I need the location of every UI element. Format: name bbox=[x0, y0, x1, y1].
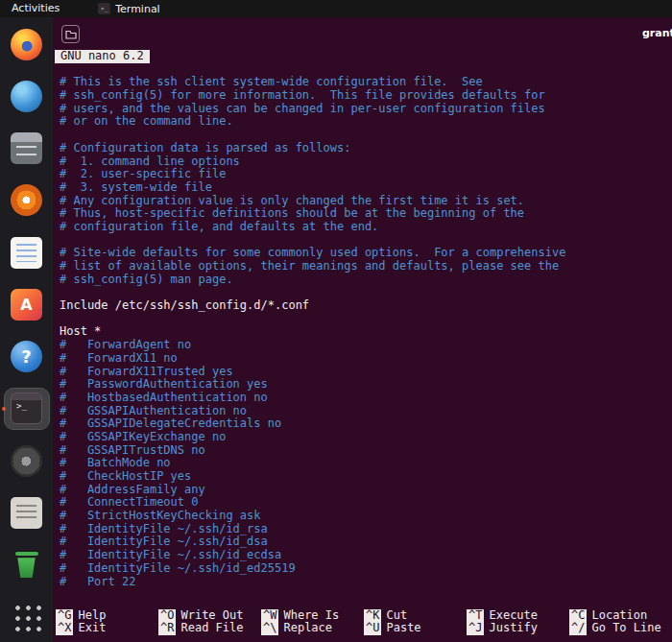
trash-lid bbox=[15, 552, 38, 556]
dock-item-firefox[interactable] bbox=[5, 24, 49, 64]
shortcut-cut: ^KCut bbox=[364, 609, 467, 623]
buffer-line: # IdentityFile ~/.ssh/id_ecdsa bbox=[60, 549, 672, 562]
show-apps-icon bbox=[12, 602, 42, 632]
activities-button[interactable]: Activities bbox=[0, 0, 71, 17]
shortcut-label: Help bbox=[78, 609, 106, 622]
shortcut-key: ^C bbox=[569, 609, 587, 623]
running-indicator bbox=[2, 407, 6, 411]
buffer-line: # ssh_config(5) man page. bbox=[60, 273, 672, 287]
software-icon bbox=[11, 289, 42, 321]
buffer-line: # or on the command line. bbox=[60, 115, 672, 129]
shortcut-paste: ^UPaste bbox=[364, 622, 467, 635]
dock-item-thunderbird[interactable] bbox=[5, 76, 49, 116]
shortcut-go-to-line: ^/Go To Line bbox=[569, 622, 672, 635]
shortcut-key: ^O bbox=[158, 609, 176, 623]
thunderbird-icon bbox=[11, 81, 42, 112]
shortcut-label: Write Out bbox=[180, 609, 243, 622]
shortcut-label: Cut bbox=[386, 609, 407, 622]
dock-item-settings[interactable] bbox=[5, 440, 49, 481]
buffer-line: Include /etc/ssh/ssh_config.d/*.conf bbox=[60, 299, 672, 313]
shortcut-key: ^X bbox=[56, 622, 73, 635]
buffer-line: Host * bbox=[60, 325, 672, 339]
shortcut-key: ^G bbox=[56, 609, 73, 623]
shortcut-key: ^J bbox=[467, 622, 484, 635]
buffer-line: # Any configuration value is only change… bbox=[60, 195, 672, 208]
focused-app-indicator[interactable]: >_ Terminal bbox=[98, 0, 160, 17]
shortcut-key: ^U bbox=[364, 622, 381, 635]
buffer-line: # GSSAPIDelegateCredentials no bbox=[60, 417, 672, 431]
shortcut-label: Execute bbox=[489, 609, 538, 622]
files-icon bbox=[11, 132, 42, 164]
buffer-line: # ConnectTimeout 0 bbox=[60, 496, 672, 510]
buffer-line bbox=[60, 129, 672, 142]
dock-item-text-editor[interactable] bbox=[5, 492, 49, 533]
text-editor-icon bbox=[11, 497, 42, 529]
buffer-line: # Thus, host-specific definitions should… bbox=[60, 207, 672, 221]
dock-item-writer[interactable] bbox=[5, 232, 49, 273]
firefox-icon bbox=[11, 29, 42, 60]
shortcut-label: Read File bbox=[180, 622, 243, 634]
shortcut-label: Location bbox=[591, 609, 647, 622]
shortcut-label: Replace bbox=[283, 622, 332, 634]
shortcut-key: ^W bbox=[261, 609, 278, 623]
shortcut-label: Where Is bbox=[283, 609, 339, 622]
nano-titlebar: GNU nano 6.2 bbox=[53, 50, 672, 63]
shortcut-exit: ^XExit bbox=[56, 622, 158, 635]
buffer-line: # ForwardAgent no bbox=[60, 339, 672, 352]
new-tab-button[interactable] bbox=[61, 25, 80, 43]
shortcut-key: ^T bbox=[467, 609, 484, 623]
writer-icon bbox=[11, 237, 42, 269]
top-bar: Activities >_ Terminal bbox=[0, 0, 672, 17]
buffer-line: # ForwardX11 no bbox=[60, 352, 672, 366]
nano-spacer bbox=[53, 63, 672, 77]
nano-shortcuts: ^GHelp^OWrite Out^WWhere Is^KCut^TExecut… bbox=[56, 609, 672, 635]
dock-item-show-apps[interactable] bbox=[5, 597, 49, 637]
shortcut-where-is: ^WWhere Is bbox=[261, 609, 364, 623]
buffer-line: # Port 22 bbox=[60, 576, 672, 589]
shortcut-justify: ^JJustify bbox=[467, 622, 569, 635]
dock-item-trash[interactable] bbox=[5, 545, 49, 585]
buffer-line: # ForwardX11Trusted yes bbox=[60, 366, 672, 379]
shortcut-execute: ^TExecute bbox=[467, 609, 569, 623]
settings-icon bbox=[11, 445, 42, 477]
dock-item-terminal[interactable] bbox=[5, 389, 49, 429]
terminal-app-icon-small: >_ bbox=[98, 3, 110, 14]
terminal-icon bbox=[11, 392, 42, 424]
folder-icon bbox=[65, 30, 77, 39]
buffer-line: # AddressFamily any bbox=[60, 484, 672, 497]
terminal-window[interactable]: grant@ GNU nano 6.2 # This is the ssh cl… bbox=[53, 17, 672, 642]
buffer-line: # This is the ssh client system-wide con… bbox=[60, 76, 672, 89]
dock-item-help[interactable] bbox=[5, 337, 49, 377]
buffer-line: # IdentityFile ~/.ssh/id_dsa bbox=[60, 535, 672, 549]
buffer-line: # BatchMode no bbox=[60, 457, 672, 470]
help-icon bbox=[11, 341, 42, 372]
shortcut-label: Paste bbox=[386, 622, 420, 634]
buffer-line: # HostbasedAuthentication no bbox=[60, 392, 672, 405]
buffer-line: # IdentityFile ~/.ssh/id_rsa bbox=[60, 523, 672, 536]
buffer-line bbox=[60, 286, 672, 299]
nano-version-label: GNU nano 6.2 bbox=[55, 50, 150, 63]
buffer-line: # IdentityFile ~/.ssh/id_ed25519 bbox=[60, 562, 672, 576]
terminal-header: grant@ bbox=[53, 17, 672, 50]
buffer-line: # users, and the values can be changed i… bbox=[60, 103, 672, 116]
nano-buffer: # This is the ssh client system-wide con… bbox=[53, 76, 672, 588]
shortcut-key: ^/ bbox=[569, 622, 587, 635]
buffer-line: # list of available options, their meani… bbox=[60, 260, 672, 273]
trash-icon bbox=[11, 549, 42, 581]
buffer-line: # GSSAPIAuthentication no bbox=[60, 405, 672, 418]
buffer-line: # GSSAPIKeyExchange no bbox=[60, 431, 672, 444]
dock-item-files[interactable] bbox=[5, 129, 49, 169]
buffer-line: # PasswordAuthentication yes bbox=[60, 378, 672, 392]
dock-item-rhythmbox[interactable] bbox=[5, 180, 49, 221]
buffer-line: # StrictHostKeyChecking ask bbox=[60, 510, 672, 523]
buffer-line: # CheckHostIP yes bbox=[60, 470, 672, 484]
shortcut-read-file: ^RRead File bbox=[158, 622, 261, 635]
shortcut-key: ^R bbox=[158, 622, 176, 635]
rhythmbox-icon bbox=[11, 184, 42, 216]
buffer-line: # configuration file, and defaults at th… bbox=[60, 221, 672, 234]
shortcut-help: ^GHelp bbox=[56, 609, 158, 623]
buffer-line: # ssh_config(5) for more information. Th… bbox=[60, 89, 672, 103]
buffer-line bbox=[60, 234, 672, 248]
trash-bin bbox=[16, 558, 37, 578]
dock-item-software[interactable] bbox=[5, 284, 49, 324]
